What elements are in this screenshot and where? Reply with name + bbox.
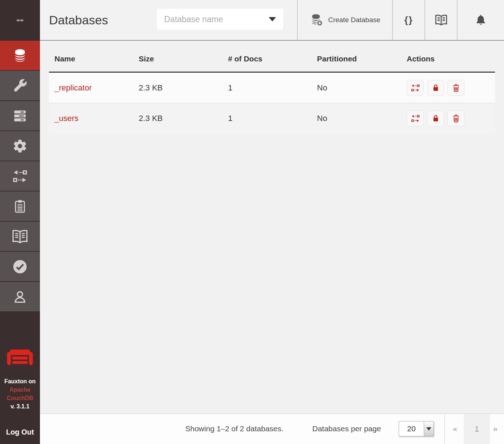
database-link[interactable]: _replicator (54, 83, 92, 92)
user-icon (12, 289, 28, 304)
footer: Showing 1–2 of 2 databases. Databases pe… (40, 413, 504, 444)
partitioned-cell: No (317, 83, 407, 93)
branding-line: CouchDB (0, 394, 40, 402)
gear-icon (12, 138, 28, 154)
delete-button[interactable] (447, 80, 464, 96)
double-arrow-icon (12, 16, 28, 25)
sidebar-item-active-tasks[interactable] (0, 101, 40, 131)
documentation-button[interactable] (424, 0, 457, 40)
table-row: _replicator 2.3 KB 1 No (49, 73, 495, 103)
couch-logo (0, 347, 40, 372)
per-page-select[interactable]: 20 (399, 421, 434, 436)
chevron-down-icon (424, 421, 434, 436)
open-book-icon (12, 228, 28, 245)
row-actions (407, 110, 495, 126)
footer-divider (444, 414, 445, 444)
docs-count-cell: 1 (228, 114, 317, 123)
sidebar-item-setup[interactable] (0, 71, 40, 101)
replicate-icon (411, 83, 420, 93)
per-page-value: 20 (399, 421, 424, 436)
delete-button[interactable] (447, 110, 464, 126)
sidebar: Fauxton on Apache CouchDB v. 3.1.1 Log O… (0, 0, 40, 444)
json-view-button[interactable]: {} (392, 0, 424, 40)
table-row: _users 2.3 KB 1 No (49, 103, 495, 134)
table-header-row: Name Size # of Docs Partitioned Actions (49, 41, 495, 73)
sidebar-item-documentation[interactable] (0, 222, 40, 252)
chevron-down-icon (269, 17, 276, 21)
database-plus-icon (310, 13, 324, 27)
sidebar-collapse-button[interactable] (0, 0, 40, 41)
showing-count-text: Showing 1–2 of 2 databases. (185, 414, 284, 444)
trash-icon (451, 114, 461, 123)
partitioned-cell: No (317, 114, 407, 123)
replicate-icon (12, 168, 28, 184)
version-info: Fauxton on Apache CouchDB v. 3.1.1 (0, 377, 40, 411)
create-database-label: Create Database (328, 16, 381, 24)
branding-line: Apache (0, 386, 40, 394)
sidebar-item-verify[interactable] (0, 252, 40, 282)
sidebar-item-configuration[interactable] (0, 131, 40, 161)
logout-button[interactable]: Log Out (0, 428, 40, 436)
column-header-size: Size (139, 55, 228, 63)
bell-icon (475, 14, 487, 26)
sidebar-item-databases[interactable] (0, 41, 40, 71)
column-header-docs: # of Docs (228, 55, 317, 63)
database-name-placeholder: Database name (164, 15, 269, 24)
notifications-button[interactable] (457, 0, 504, 40)
replicate-button[interactable] (407, 110, 424, 126)
braces-icon: {} (404, 15, 413, 26)
check-circle-icon (12, 259, 28, 275)
page-title: Databases (49, 0, 108, 40)
column-header-actions: Actions (407, 55, 495, 63)
open-book-icon (435, 13, 448, 27)
lock-icon (431, 83, 440, 93)
header: Databases Database name Create D (40, 0, 504, 41)
sidebar-item-tasks-clipboard[interactable] (0, 191, 40, 222)
replicate-icon (411, 114, 420, 123)
database-link[interactable]: _users (54, 114, 78, 123)
databases-table: Name Size # of Docs Partitioned Actions … (49, 41, 495, 134)
create-database-button[interactable]: Create Database (297, 0, 392, 40)
lock-icon (431, 114, 440, 123)
version-number: v. 3.1.1 (0, 402, 40, 411)
pagination-prev-button[interactable]: « (448, 414, 462, 444)
clipboard-icon (12, 199, 28, 214)
sidebar-item-replication[interactable] (0, 161, 40, 191)
row-actions (407, 80, 495, 96)
branding-line: Fauxton on (0, 377, 40, 386)
replicate-button[interactable] (407, 80, 424, 96)
trash-icon (451, 83, 461, 93)
column-header-partitioned: Partitioned (317, 55, 407, 63)
per-page-label: Databases per page (312, 414, 381, 444)
size-cell: 2.3 KB (139, 114, 228, 123)
wrench-icon (12, 78, 28, 94)
server-stack-icon (12, 108, 28, 124)
size-cell: 2.3 KB (139, 83, 228, 93)
docs-count-cell: 1 (228, 83, 317, 93)
sidebar-item-account[interactable] (0, 282, 40, 312)
lock-button[interactable] (427, 110, 444, 126)
pagination-page-1[interactable]: 1 (464, 414, 490, 444)
column-header-name: Name (49, 55, 139, 63)
database-icon (12, 48, 28, 64)
database-name-combobox[interactable]: Database name (157, 9, 283, 30)
pagination-next-button[interactable]: » (488, 414, 503, 444)
header-actions: Create Database {} (297, 0, 504, 40)
lock-button[interactable] (427, 80, 444, 96)
